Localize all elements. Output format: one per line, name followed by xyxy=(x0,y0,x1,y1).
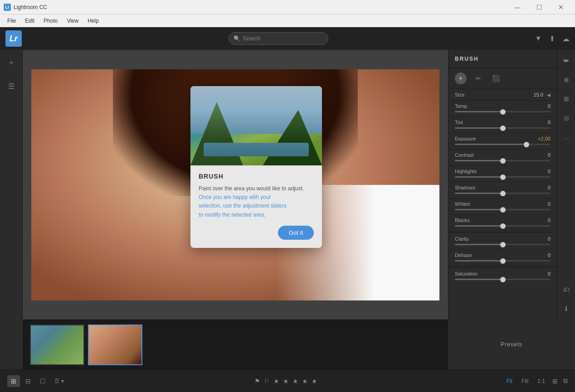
slider-thumb-saturation[interactable] xyxy=(500,277,506,282)
minimize-button[interactable]: — xyxy=(507,0,528,15)
slider-track-temp[interactable] xyxy=(455,111,551,112)
star-4[interactable]: ★ xyxy=(302,377,308,385)
unflag-button[interactable]: ⚐ xyxy=(264,377,270,385)
tag-icon[interactable]: 🏷 xyxy=(559,282,574,297)
filmstrip-thumb-1[interactable] xyxy=(30,324,84,365)
slider-track-tint[interactable] xyxy=(455,127,551,129)
popup-footer: Got it xyxy=(199,226,314,240)
star-5[interactable]: ★ xyxy=(312,377,317,385)
slider-value-contrast: 0 xyxy=(548,152,551,158)
slider-thumb-contrast[interactable] xyxy=(500,158,506,164)
filter-tool-icon[interactable]: ◎ xyxy=(559,111,574,125)
sort-button[interactable]: ☰ ▾ xyxy=(51,376,68,386)
slider-row-contrast: Contrast 0 xyxy=(448,150,557,165)
slider-thumb-dehaze[interactable] xyxy=(500,258,506,264)
slider-value-dehaze: 0 xyxy=(548,252,551,258)
bottom-right: Fit Fill 1:1 ⊞ ⧉ xyxy=(505,377,568,385)
more-options-icon[interactable]: … xyxy=(559,130,574,144)
slider-track-whites[interactable] xyxy=(455,209,551,210)
slider-track-contrast[interactable] xyxy=(455,160,551,161)
slider-track-saturation[interactable] xyxy=(455,279,551,280)
filmstrip-area: Presets xyxy=(0,319,575,369)
slider-track-exposure[interactable] xyxy=(455,144,551,145)
maximize-button[interactable]: ☐ xyxy=(529,0,550,15)
slider-thumb-shadows[interactable] xyxy=(500,191,506,196)
divider-before-clarity xyxy=(448,232,557,232)
star-1[interactable]: ★ xyxy=(273,377,279,385)
zoom-fill-button[interactable]: Fill xyxy=(520,377,530,385)
add-button[interactable]: ＋ xyxy=(3,54,19,71)
square-view-button[interactable]: ⊟ xyxy=(22,375,34,387)
slider-track-highlights[interactable] xyxy=(455,176,551,178)
albums-button[interactable]: ☰ xyxy=(3,78,19,94)
star-2[interactable]: ★ xyxy=(283,377,289,385)
menu-view[interactable]: View xyxy=(63,17,82,25)
slider-track-shadows[interactable] xyxy=(455,193,551,194)
popup-body: BRUSH Paint over the area you would like… xyxy=(190,165,322,248)
appbar: Lr 🔍 Search ▼ ⬆ ☁ xyxy=(0,27,575,50)
share-icon[interactable]: ⬆ xyxy=(549,34,555,43)
search-icon: 🔍 xyxy=(234,35,240,42)
search-bar[interactable]: 🔍 Search xyxy=(229,32,328,45)
slider-value-saturation: 0 xyxy=(548,271,551,276)
panel-title: BRUSH xyxy=(455,56,479,62)
zoom-fit-button[interactable]: Fit xyxy=(505,377,514,385)
filmstrip xyxy=(23,319,448,369)
slider-thumb-highlights[interactable] xyxy=(500,174,506,180)
divider-before-saturation xyxy=(448,267,557,267)
slider-thumb-blacks[interactable] xyxy=(500,223,506,229)
titlebar-controls: — ☐ ✕ xyxy=(507,0,571,15)
search-text: Search xyxy=(243,35,260,42)
add-mask-button[interactable]: + xyxy=(455,73,467,84)
filmstrip-thumb-2[interactable] xyxy=(88,324,142,365)
slider-label-dehaze: Dehaze xyxy=(455,252,472,258)
healing-icon[interactable]: ⊕ xyxy=(559,73,574,87)
close-button[interactable]: ✕ xyxy=(551,0,571,15)
slider-thumb-whites[interactable] xyxy=(500,207,506,213)
slider-track-blacks[interactable] xyxy=(455,225,551,227)
menu-help[interactable]: Help xyxy=(84,17,102,25)
range-button[interactable]: ⬛ xyxy=(490,73,501,84)
titlebar: Lr Lightroom CC — ☐ ✕ xyxy=(0,0,575,15)
slider-track-clarity[interactable] xyxy=(455,244,551,245)
bottom-bar: ⊞ ⊟ ☐ ☰ ▾ ⚑ ⚐ ★ ★ ★ ★ ★ Fit Fill 1:1 ⊞ ⧉ xyxy=(0,369,575,392)
menu-photo[interactable]: Photo xyxy=(40,17,61,25)
slider-thumb-exposure[interactable] xyxy=(524,142,529,147)
slider-thumb-clarity[interactable] xyxy=(500,242,506,247)
menu-edit[interactable]: Edit xyxy=(21,17,38,25)
brush-popup: BRUSH Paint over the area you would like… xyxy=(190,86,322,248)
popup-water xyxy=(204,143,309,156)
thumb-landscape-image xyxy=(31,325,83,364)
slider-row-temp: Temp 0 xyxy=(448,101,557,116)
cloud-icon[interactable]: ☁ xyxy=(562,34,570,43)
sort-icon: ☰ xyxy=(54,378,59,384)
single-view-button[interactable]: ☐ xyxy=(36,375,49,387)
compare-button[interactable]: ⊞ xyxy=(552,377,558,385)
zoom-1to1-button[interactable]: 1:1 xyxy=(536,377,547,385)
filter-icon[interactable]: ▼ xyxy=(535,34,542,43)
slider-label-tint: Tint xyxy=(455,120,463,125)
star-3[interactable]: ★ xyxy=(292,377,298,385)
got-it-button[interactable]: Got it xyxy=(278,226,314,240)
slider-label-clarity: Clarity xyxy=(455,236,469,242)
menubar: File Edit Photo View Help xyxy=(0,15,575,27)
slider-track-dehaze[interactable] xyxy=(455,260,551,261)
grid-view-button[interactable]: ⊞ xyxy=(7,375,20,387)
menu-file[interactable]: File xyxy=(4,17,19,25)
info-icon[interactable]: ℹ xyxy=(559,301,574,316)
slider-thumb-tint[interactable] xyxy=(500,126,506,131)
slider-row-highlights: Highlights 0 xyxy=(448,166,557,182)
crop-icon[interactable]: ⊞ xyxy=(559,92,574,106)
slider-label-exposure: Exposure xyxy=(455,136,476,141)
split-view-button[interactable]: ⧉ xyxy=(563,377,568,385)
slider-header-highlights: Highlights 0 xyxy=(455,169,551,174)
right-strip: ✏ ⊕ ⊞ ◎ … 🏷 ℹ xyxy=(557,50,575,319)
slider-row-blacks: Blacks 0 xyxy=(448,215,557,231)
thumb-portrait-image xyxy=(89,325,141,364)
slider-value-tint: 0 xyxy=(548,120,551,125)
slider-value-exposure: +2,00 xyxy=(538,136,551,141)
slider-thumb-temp[interactable] xyxy=(500,109,506,115)
brush-tool-icon[interactable]: ✏ xyxy=(559,53,574,68)
eraser-button[interactable]: ✏ xyxy=(473,73,484,84)
flag-button[interactable]: ⚑ xyxy=(254,377,260,385)
